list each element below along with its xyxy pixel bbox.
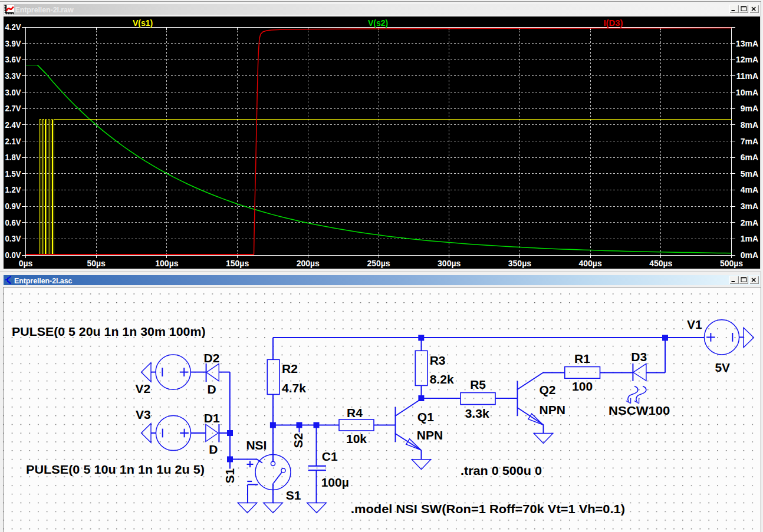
svg-text:5V: 5V xyxy=(715,361,730,374)
svg-text:0µs: 0µs xyxy=(19,259,33,268)
svg-text:500µs: 500µs xyxy=(720,259,743,268)
svg-text:V(s2): V(s2) xyxy=(368,18,388,28)
svg-text:C1: C1 xyxy=(322,450,338,463)
svg-text:PULSE(0 5 10u 1n 1n 1u 2u 5): PULSE(0 5 10u 1n 1n 1u 2u 5) xyxy=(26,462,205,476)
svg-text:S1: S1 xyxy=(286,488,301,502)
svg-text:D1: D1 xyxy=(204,411,220,425)
svg-text:7mA: 7mA xyxy=(741,137,758,146)
svg-text:10k: 10k xyxy=(346,432,367,445)
svg-text:0mA: 0mA xyxy=(741,250,758,260)
svg-text:1mA: 1mA xyxy=(741,234,758,243)
svg-text:2mA: 2mA xyxy=(741,218,758,227)
svg-text:1.2V: 1.2V xyxy=(5,185,22,194)
svg-text:NPN: NPN xyxy=(540,403,565,417)
svg-text:D2: D2 xyxy=(204,351,220,365)
svg-text:.model NSI SW(Ron=1 Roff=70k V: .model NSI SW(Ron=1 Roff=70k Vt=1 Vh=0.1… xyxy=(351,502,625,516)
svg-text:D: D xyxy=(208,382,216,396)
svg-text:Q2: Q2 xyxy=(540,383,556,396)
svg-text:R2: R2 xyxy=(282,362,298,375)
svg-text:3.0V: 3.0V xyxy=(5,88,22,97)
svg-text:11mA: 11mA xyxy=(736,71,758,81)
svg-text:450µs: 450µs xyxy=(649,259,672,268)
svg-text:R1: R1 xyxy=(574,352,590,365)
svg-text:R4: R4 xyxy=(347,406,363,419)
svg-text:D: D xyxy=(209,442,218,456)
svg-text:2.7V: 2.7V xyxy=(5,104,22,113)
svg-text:I(D3): I(D3) xyxy=(604,18,623,28)
svg-text:V3: V3 xyxy=(136,408,151,421)
svg-text:4.2V: 4.2V xyxy=(5,22,22,32)
svg-text:V1: V1 xyxy=(687,318,702,331)
svg-text:8.2k: 8.2k xyxy=(430,372,454,386)
svg-text:50µs: 50µs xyxy=(87,259,106,268)
svg-text:.tran 0 500u 0: .tran 0 500u 0 xyxy=(461,464,542,477)
svg-text:200µs: 200µs xyxy=(297,259,320,268)
svg-text:10mA: 10mA xyxy=(736,88,758,97)
svg-text:V2: V2 xyxy=(136,382,151,395)
svg-text:100: 100 xyxy=(572,379,593,393)
svg-text:2.1V: 2.1V xyxy=(5,137,22,146)
svg-text:8mA: 8mA xyxy=(741,120,758,130)
svg-text:NSCW100: NSCW100 xyxy=(609,404,670,417)
svg-text:1.5V: 1.5V xyxy=(5,169,22,179)
svg-text:R5: R5 xyxy=(470,378,486,391)
svg-text:1.8V: 1.8V xyxy=(5,153,22,162)
svg-text:12mA: 12mA xyxy=(736,55,758,64)
svg-text:150µs: 150µs xyxy=(226,259,249,268)
svg-text:S1: S1 xyxy=(223,468,236,483)
svg-text:300µs: 300µs xyxy=(438,259,461,268)
svg-text:Q1: Q1 xyxy=(417,410,434,424)
svg-text:R3: R3 xyxy=(430,353,446,367)
svg-text:350µs: 350µs xyxy=(508,259,531,268)
svg-text:100µs: 100µs xyxy=(155,259,178,268)
svg-text:0.6V: 0.6V xyxy=(5,218,22,227)
svg-text:3.3k: 3.3k xyxy=(465,407,489,420)
svg-text:2.4V: 2.4V xyxy=(5,120,22,130)
svg-text:4.7k: 4.7k xyxy=(282,381,306,395)
svg-text:0.3V: 0.3V xyxy=(5,234,22,243)
svg-text:9mA: 9mA xyxy=(741,104,758,113)
svg-text:250µs: 250µs xyxy=(367,259,390,268)
svg-text:V(s1): V(s1) xyxy=(133,18,153,28)
svg-text:PULSE(0 5 20u 1n 1n 30m 100m): PULSE(0 5 20u 1n 1n 30m 100m) xyxy=(12,325,206,338)
svg-text:4mA: 4mA xyxy=(741,185,758,194)
svg-text:6mA: 6mA xyxy=(741,153,758,162)
svg-text:3.9V: 3.9V xyxy=(5,39,22,48)
svg-text:5mA: 5mA xyxy=(741,169,758,179)
svg-text:13mA: 13mA xyxy=(736,39,758,48)
svg-text:D3: D3 xyxy=(631,350,647,364)
svg-text:0.9V: 0.9V xyxy=(5,201,22,211)
svg-text:3.6V: 3.6V xyxy=(5,55,22,64)
svg-text:3.3V: 3.3V xyxy=(5,71,22,81)
svg-text:NSI: NSI xyxy=(246,438,267,452)
svg-text:400µs: 400µs xyxy=(578,259,601,268)
svg-text:NPN: NPN xyxy=(417,428,443,442)
svg-text:100µ: 100µ xyxy=(321,475,349,489)
svg-text:3mA: 3mA xyxy=(741,201,758,211)
svg-text:S2: S2 xyxy=(291,433,305,448)
